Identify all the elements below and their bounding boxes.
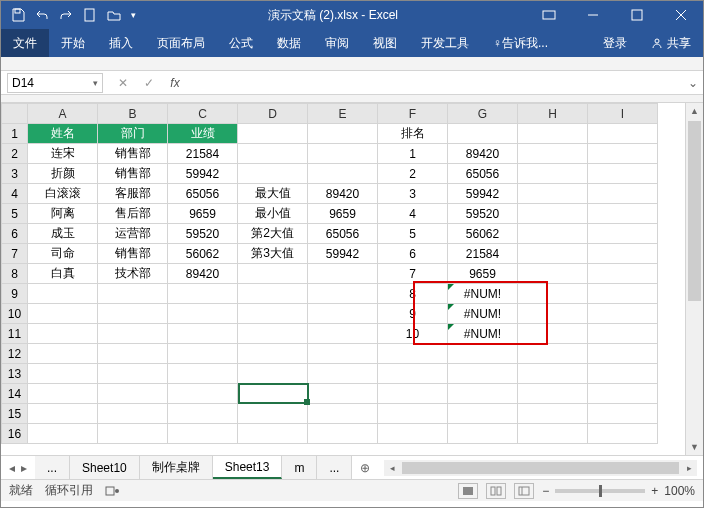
name-box[interactable]: D14▾ bbox=[7, 73, 103, 93]
cell[interactable]: 5 bbox=[378, 224, 448, 244]
cell[interactable] bbox=[588, 204, 658, 224]
cell[interactable]: 89420 bbox=[168, 264, 238, 284]
cell[interactable] bbox=[98, 284, 168, 304]
cell[interactable] bbox=[378, 344, 448, 364]
cell[interactable]: 第3大值 bbox=[238, 244, 308, 264]
cell[interactable] bbox=[588, 244, 658, 264]
cell[interactable]: #NUM! bbox=[448, 284, 518, 304]
cell[interactable]: 9659 bbox=[168, 204, 238, 224]
qat-customize-icon[interactable]: ▾ bbox=[127, 4, 139, 26]
cell[interactable]: 10 bbox=[378, 324, 448, 344]
cell[interactable]: 59520 bbox=[168, 224, 238, 244]
cell[interactable]: 4 bbox=[378, 204, 448, 224]
zoSlider[interactable] bbox=[555, 489, 645, 493]
cell[interactable] bbox=[308, 144, 378, 164]
tab-review[interactable]: 审阅 bbox=[313, 29, 361, 57]
cell[interactable] bbox=[168, 344, 238, 364]
login-button[interactable]: 登录 bbox=[591, 29, 639, 57]
cell[interactable] bbox=[238, 124, 308, 144]
vertical-scrollbar[interactable]: ▲ ▼ bbox=[685, 103, 703, 455]
sheet-tab-sheet10[interactable]: Sheet10 bbox=[70, 456, 140, 479]
hscroll-right-icon[interactable]: ▸ bbox=[681, 460, 697, 476]
maximize-icon[interactable] bbox=[615, 1, 659, 29]
cell[interactable] bbox=[168, 404, 238, 424]
cell[interactable] bbox=[28, 284, 98, 304]
row-header[interactable]: 4 bbox=[2, 184, 28, 204]
cell[interactable]: 59942 bbox=[448, 184, 518, 204]
scroll-thumb[interactable] bbox=[688, 121, 701, 301]
row-header[interactable]: 10 bbox=[2, 304, 28, 324]
cell[interactable]: 59520 bbox=[448, 204, 518, 224]
cell[interactable] bbox=[28, 384, 98, 404]
cell[interactable]: 21584 bbox=[448, 244, 518, 264]
sheet-tab-m[interactable]: m bbox=[282, 456, 317, 479]
tab-layout[interactable]: 页面布局 bbox=[145, 29, 217, 57]
row-header[interactable]: 5 bbox=[2, 204, 28, 224]
cell[interactable]: 59942 bbox=[168, 164, 238, 184]
cell[interactable] bbox=[98, 344, 168, 364]
row-header[interactable]: 14 bbox=[2, 384, 28, 404]
cell[interactable] bbox=[98, 424, 168, 444]
column-header[interactable]: F bbox=[378, 104, 448, 124]
save-icon[interactable] bbox=[7, 4, 29, 26]
cell[interactable]: 连宋 bbox=[28, 144, 98, 164]
cell[interactable]: 折颜 bbox=[28, 164, 98, 184]
cell[interactable] bbox=[308, 284, 378, 304]
cell[interactable]: 销售部 bbox=[98, 244, 168, 264]
cell[interactable] bbox=[98, 324, 168, 344]
cell[interactable]: 白真 bbox=[28, 264, 98, 284]
cell[interactable] bbox=[98, 384, 168, 404]
cell[interactable]: 姓名 bbox=[28, 124, 98, 144]
cell[interactable] bbox=[238, 164, 308, 184]
cell[interactable]: 9659 bbox=[448, 264, 518, 284]
cell[interactable] bbox=[588, 184, 658, 204]
cell[interactable] bbox=[308, 364, 378, 384]
row-header[interactable]: 6 bbox=[2, 224, 28, 244]
cell[interactable] bbox=[308, 124, 378, 144]
tab-formulas[interactable]: 公式 bbox=[217, 29, 265, 57]
tab-developer[interactable]: 开发工具 bbox=[409, 29, 481, 57]
cell[interactable] bbox=[28, 324, 98, 344]
cell[interactable] bbox=[308, 424, 378, 444]
cell[interactable] bbox=[238, 324, 308, 344]
cell[interactable] bbox=[238, 344, 308, 364]
cell[interactable] bbox=[238, 404, 308, 424]
cell[interactable] bbox=[588, 364, 658, 384]
cell[interactable]: 第2大值 bbox=[238, 224, 308, 244]
new-icon[interactable] bbox=[79, 4, 101, 26]
cell[interactable]: 3 bbox=[378, 184, 448, 204]
cell[interactable] bbox=[28, 364, 98, 384]
cell[interactable] bbox=[308, 164, 378, 184]
worksheet-grid[interactable]: ABCDEFGHI1姓名部门业绩排名2连宋销售部215841894203折颜销售… bbox=[1, 103, 703, 455]
cell[interactable] bbox=[518, 324, 588, 344]
cell[interactable]: 部门 bbox=[98, 124, 168, 144]
cell[interactable] bbox=[98, 304, 168, 324]
cell[interactable]: 最小值 bbox=[238, 204, 308, 224]
cell[interactable] bbox=[238, 384, 308, 404]
cell[interactable]: 21584 bbox=[168, 144, 238, 164]
cell[interactable]: 2 bbox=[378, 164, 448, 184]
scroll-up-icon[interactable]: ▲ bbox=[686, 103, 703, 119]
cell[interactable] bbox=[238, 264, 308, 284]
cell[interactable] bbox=[28, 404, 98, 424]
sheet-nav-prev-icon[interactable]: ◂ bbox=[9, 461, 15, 475]
cell[interactable] bbox=[518, 244, 588, 264]
column-header[interactable]: B bbox=[98, 104, 168, 124]
zoom-out-icon[interactable]: − bbox=[542, 484, 549, 498]
close-icon[interactable] bbox=[659, 1, 703, 29]
cell[interactable] bbox=[378, 404, 448, 424]
cell[interactable] bbox=[308, 264, 378, 284]
column-header[interactable]: C bbox=[168, 104, 238, 124]
cell[interactable] bbox=[588, 144, 658, 164]
cell[interactable]: 最大值 bbox=[238, 184, 308, 204]
cancel-icon[interactable]: ✕ bbox=[115, 76, 131, 90]
cell[interactable] bbox=[168, 384, 238, 404]
cell[interactable] bbox=[588, 284, 658, 304]
cell[interactable]: 售后部 bbox=[98, 204, 168, 224]
cell[interactable] bbox=[28, 304, 98, 324]
cell[interactable]: 56062 bbox=[448, 224, 518, 244]
cell[interactable] bbox=[168, 424, 238, 444]
cell[interactable] bbox=[588, 384, 658, 404]
cell[interactable]: 司命 bbox=[28, 244, 98, 264]
cell[interactable]: 7 bbox=[378, 264, 448, 284]
